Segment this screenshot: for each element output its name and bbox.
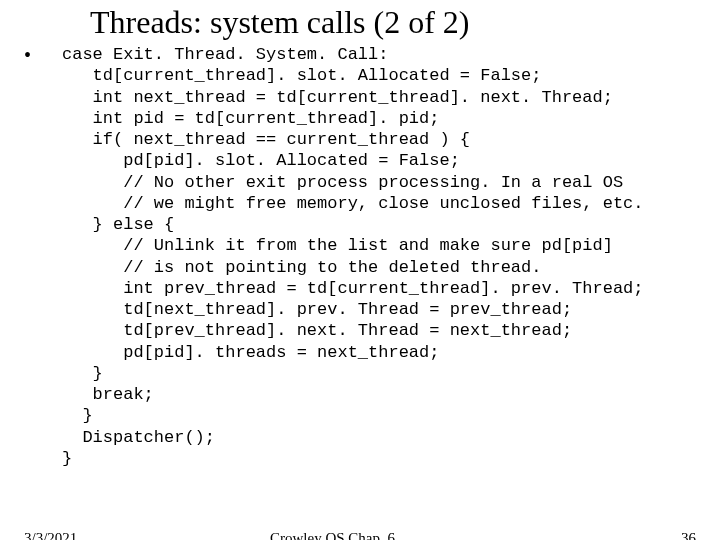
- slide: Threads: system calls (2 of 2) • case Ex…: [0, 0, 720, 540]
- footer-date: 3/3/2021: [24, 530, 77, 540]
- footer-page-number: 36: [681, 530, 696, 540]
- slide-title: Threads: system calls (2 of 2): [90, 4, 469, 41]
- bullet-marker: •: [24, 44, 31, 67]
- footer-center: Crowley OS Chap. 6: [270, 530, 395, 540]
- code-block: case Exit. Thread. System. Call: td[curr…: [62, 44, 644, 469]
